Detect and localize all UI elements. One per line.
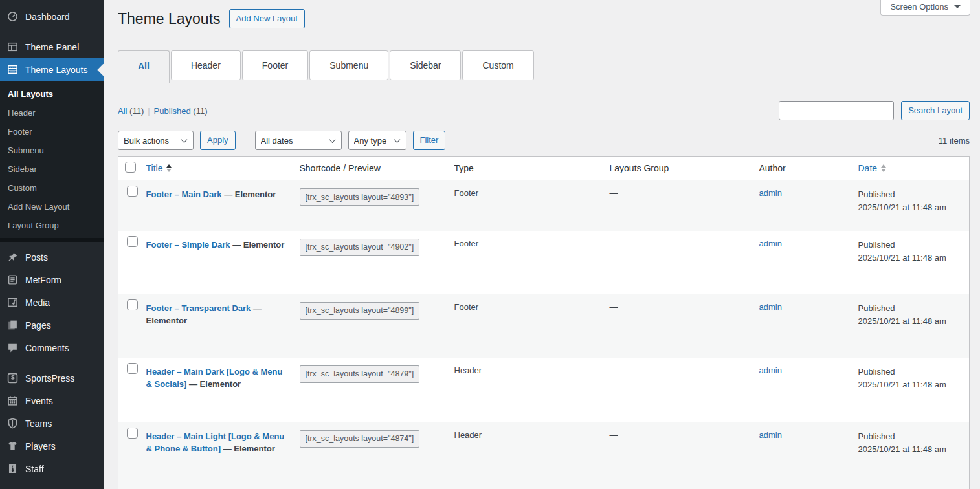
sidebar-item-label: Pages	[25, 320, 51, 331]
main-content: Screen Options Theme Layouts Add New Lay…	[104, 0, 980, 489]
row-checkbox[interactable]	[127, 299, 138, 310]
view-all: All (11)	[118, 106, 144, 116]
submenu-item-header[interactable]: Header	[0, 103, 104, 122]
view-link-published[interactable]: Published	[154, 106, 191, 116]
column-label: Date	[858, 163, 878, 173]
author-link[interactable]: admin	[759, 430, 782, 440]
table-row: Header – Main Dark [Logo & Menu & Social…	[118, 358, 970, 422]
bulk-actions-select[interactable]: Bulk actions	[118, 131, 194, 150]
menu-divider	[0, 238, 104, 242]
submenu-item-layout-group[interactable]: Layout Group	[0, 216, 104, 235]
submenu-item-footer[interactable]: Footer	[0, 122, 104, 141]
apply-button[interactable]: Apply	[200, 131, 236, 150]
row-checkbox-cell	[118, 422, 140, 489]
submenu-item-all-layouts[interactable]: All Layouts	[0, 85, 104, 103]
sidebar-item-posts[interactable]: Posts	[0, 246, 104, 268]
tab-submenu[interactable]: Submenu	[309, 50, 388, 80]
type-select[interactable]: Any type	[348, 131, 406, 150]
title-cell: Footer – Transparent Dark — Elementor	[140, 294, 293, 358]
date-cell: Published2025/10/21 at 11:48 am	[852, 294, 970, 358]
sidebar-item-metform[interactable]: MetForm	[0, 268, 104, 291]
shortcode-cell	[293, 422, 448, 489]
author-link[interactable]: admin	[759, 188, 782, 198]
search-layout-button[interactable]: Search Layout	[901, 101, 970, 120]
column-author: Author	[753, 157, 852, 180]
sidebar-item-teams[interactable]: Teams	[0, 412, 104, 435]
chevron-down-icon	[954, 5, 961, 12]
tab-sidebar[interactable]: Sidebar	[390, 50, 461, 80]
shortcode-input[interactable]	[300, 302, 419, 320]
author-link[interactable]: admin	[759, 365, 782, 375]
sort-title[interactable]: Title	[146, 163, 172, 173]
row-checkbox[interactable]	[127, 428, 138, 439]
submenu-item-submenu[interactable]: Submenu	[0, 141, 104, 160]
filter-button[interactable]: Filter	[413, 131, 446, 150]
author-link[interactable]: admin	[759, 302, 782, 312]
column-type: Type	[448, 157, 603, 180]
sort-indicator-icon	[881, 164, 886, 172]
author-link[interactable]: admin	[759, 239, 782, 248]
status-text: Published	[858, 188, 963, 201]
select-all-checkbox[interactable]	[125, 162, 136, 173]
form-icon	[7, 274, 19, 285]
dashboard-icon	[7, 11, 19, 22]
post-state: — Elementor	[232, 240, 284, 250]
submenu-item-sidebar[interactable]: Sidebar	[0, 160, 104, 179]
sportspress-icon	[7, 373, 19, 384]
screen-options-button[interactable]: Screen Options	[880, 0, 970, 16]
tab-header[interactable]: Header	[171, 50, 241, 80]
date-cell: Published2025/10/21 at 11:48 am	[852, 358, 970, 422]
sidebar-item-comments[interactable]: Comments	[0, 336, 104, 359]
sidebar-item-staff[interactable]: Staff	[0, 457, 104, 480]
sidebar-item-label: Theme Layouts	[25, 65, 88, 75]
view-link-all[interactable]: All	[118, 106, 127, 116]
layout-title-link[interactable]: Footer – Transparent Dark	[146, 303, 251, 313]
shortcode-input[interactable]	[300, 430, 419, 448]
table-row: Footer – Main Dark — ElementorFooter—adm…	[118, 180, 970, 231]
shortcode-cell	[293, 358, 448, 422]
sidebar-item-media[interactable]: Media	[0, 291, 104, 314]
post-state: — Elementor	[223, 444, 275, 453]
menu-divider	[0, 480, 104, 488]
add-new-layout-button[interactable]: Add New Layout	[229, 9, 305, 28]
row-checkbox[interactable]	[127, 186, 138, 197]
sort-date[interactable]: Date	[858, 163, 887, 173]
submenu-item-custom[interactable]: Custom	[0, 179, 104, 197]
sidebar-item-pages[interactable]: Pages	[0, 314, 104, 336]
submenu-item-add-new-layout[interactable]: Add New Layout	[0, 197, 104, 216]
sidebar-item-events[interactable]: Events	[0, 389, 104, 412]
layout-title-link[interactable]: Footer – Main Dark	[146, 190, 222, 199]
sidebar-item-theme-layouts[interactable]: Theme Layouts	[0, 58, 104, 81]
sidebar-item-theme-panel[interactable]: Theme Panel	[0, 36, 104, 58]
menu-divider	[0, 359, 104, 367]
layouts-group-cell: —	[603, 231, 753, 294]
row-checkbox[interactable]	[127, 236, 138, 247]
shortcode-input[interactable]	[300, 239, 419, 256]
shortcode-input[interactable]	[300, 365, 419, 383]
layout-title-link[interactable]: Footer – Simple Dark	[146, 240, 230, 250]
shortcode-input[interactable]	[300, 188, 419, 206]
tab-all[interactable]: All	[118, 50, 170, 83]
tab-footer[interactable]: Footer	[242, 50, 308, 80]
author-cell: admin	[753, 422, 852, 489]
row-checkbox[interactable]	[127, 363, 138, 374]
layouts-group-cell: —	[603, 358, 753, 422]
type-tab-bar: AllHeaderFooterSubmenuSidebarCustom	[118, 50, 970, 83]
post-state: — Elementor	[224, 190, 276, 199]
status-views: All (11)|Published (11)	[118, 106, 207, 116]
search-input[interactable]	[779, 101, 894, 120]
shield-icon	[7, 418, 19, 429]
layouts-group-cell: —	[603, 294, 753, 358]
status-text: Published	[858, 302, 963, 315]
title-cell: Footer – Main Dark — Elementor	[140, 180, 293, 231]
sidebar-item-sportspress[interactable]: SportsPress	[0, 367, 104, 389]
tab-custom[interactable]: Custom	[462, 50, 533, 80]
dates-select[interactable]: All dates	[255, 131, 342, 150]
view-count: (11)	[191, 106, 208, 116]
column-shortcode-preview: Shortcode / Preview	[293, 157, 448, 180]
sidebar-item-dashboard[interactable]: Dashboard	[0, 5, 104, 28]
type-cell: Footer	[448, 294, 603, 358]
pin-icon	[7, 252, 19, 263]
row-checkbox-cell	[118, 358, 140, 422]
sidebar-item-players[interactable]: Players	[0, 435, 104, 457]
